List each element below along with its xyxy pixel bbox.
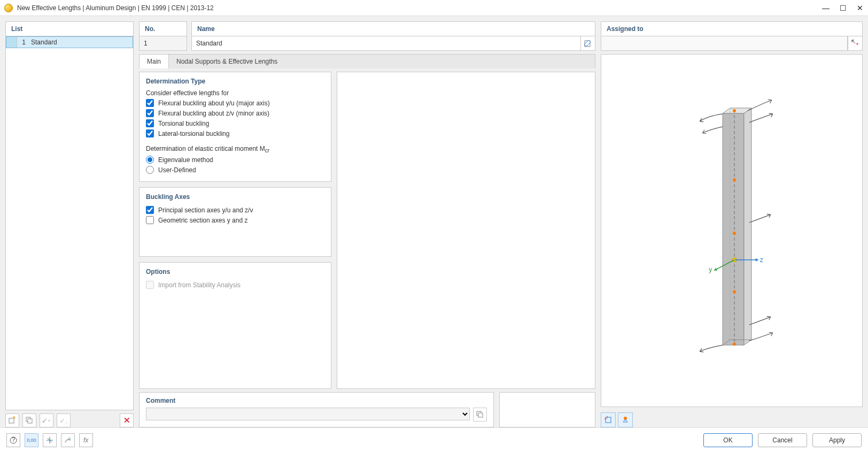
rad-eigenvalue[interactable]: Eigenvalue method (146, 156, 324, 164)
check-all-button[interactable]: ✓✓ (40, 413, 53, 427)
window-title: New Effective Lengths | Aluminum Design … (17, 4, 822, 12)
tab-nodal-supports[interactable]: Nodal Supports & Effective Lengths (169, 55, 285, 68)
no-field: 1 (139, 36, 187, 51)
chk-flexural-minor[interactable]: Flexural buckling about z/v (minor axis) (146, 109, 324, 117)
consider-label: Consider effective lengths for (146, 89, 324, 97)
render-options-button[interactable] (61, 433, 75, 447)
help-button[interactable]: ? (6, 433, 20, 447)
buckling-axes-title: Buckling Axes (146, 193, 324, 201)
app-icon (4, 4, 13, 12)
close-button[interactable]: ✕ (856, 4, 864, 12)
chk-import-stability: Import from Stability Analysis (146, 281, 324, 289)
minimize-button[interactable]: — (822, 4, 830, 12)
dialog-footer: ? 0,00 fx OK Cancel Apply (0, 427, 868, 452)
assigned-to-pick-button[interactable] (848, 36, 863, 51)
no-label: No. (139, 21, 187, 36)
list-item-color (6, 37, 17, 48)
options-panel: Options Import from Stability Analysis (139, 262, 331, 389)
tab-strip: Main Nodal Supports & Effective Lengths (139, 54, 595, 68)
tab-main[interactable]: Main (140, 55, 169, 68)
list-item-name: Standard (28, 39, 57, 46)
svg-marker-7 (744, 108, 751, 345)
assigned-to-input[interactable] (601, 36, 848, 51)
z-axis-label: z (760, 256, 763, 264)
center-blank-panel (337, 72, 595, 389)
chk-torsional[interactable]: Torsional buckling (146, 119, 324, 127)
comment-title: Comment (146, 397, 487, 404)
list-item-number: 1 (17, 39, 28, 46)
mcr-label: Determination of elastic critical moment… (146, 145, 324, 154)
determination-type-panel: Determination Type Consider effective le… (139, 72, 331, 182)
delete-button[interactable]: ✕ (120, 413, 134, 427)
chk-principal-axes[interactable]: Principal section axes y/u and z/v (146, 206, 324, 214)
buckling-axes-panel: Buckling Axes Principal section axes y/u… (139, 187, 331, 257)
assigned-to-label: Assigned to (601, 21, 863, 36)
svg-point-15 (733, 232, 736, 235)
list-item[interactable]: 1 Standard (6, 36, 133, 48)
cancel-button[interactable]: Cancel (758, 433, 807, 447)
chk-flexural-major[interactable]: Flexural buckling about y/u (major axis) (146, 99, 324, 107)
uncheck-all-button[interactable]: ✓_ (57, 413, 71, 427)
svg-point-17 (733, 342, 736, 346)
svg-rect-21 (606, 417, 611, 423)
comment-library-button[interactable] (473, 408, 487, 422)
new-item-button[interactable] (5, 413, 19, 427)
chk-lateral-torsional[interactable]: Lateral-torsional buckling (146, 129, 324, 137)
name-edit-button[interactable] (580, 36, 595, 51)
copy-item-button[interactable] (22, 413, 36, 427)
svg-text:fx: fx (83, 436, 89, 444)
preview-reset-view-button[interactable] (601, 412, 616, 427)
svg-point-13 (733, 109, 736, 112)
y-axis-label: y (709, 266, 712, 273)
determination-type-title: Determination Type (146, 78, 324, 85)
comment-side-blank (499, 392, 595, 427)
name-input[interactable] (191, 36, 580, 51)
chk-geometric-axes[interactable]: Geometric section axes y and z (146, 216, 324, 224)
svg-point-28 (68, 438, 71, 440)
options-title: Options (146, 268, 324, 275)
ok-button[interactable]: OK (703, 433, 753, 447)
svg-text:?: ? (12, 436, 15, 443)
apply-button[interactable]: Apply (812, 433, 862, 447)
svg-rect-2 (28, 419, 32, 423)
list-header: List (5, 21, 134, 36)
preview-3d[interactable]: z y (601, 54, 863, 407)
svg-point-16 (733, 290, 736, 294)
svg-rect-0 (9, 418, 14, 423)
rad-user-defined[interactable]: User-Defined (146, 166, 324, 174)
comment-input[interactable] (146, 408, 470, 420)
comment-panel: Comment (139, 392, 494, 427)
svg-rect-5 (478, 413, 483, 417)
units-button[interactable]: 0,00 (25, 433, 38, 447)
svg-point-14 (733, 178, 736, 181)
name-label: Name (191, 21, 595, 36)
formula-button[interactable]: fx (79, 433, 93, 447)
svg-marker-6 (723, 113, 744, 345)
list-body: 1 Standard (5, 36, 134, 410)
maximize-button[interactable]: ☐ (839, 4, 847, 12)
model-view-button[interactable] (43, 433, 57, 447)
title-bar: New Effective Lengths | Aluminum Design … (0, 0, 868, 16)
preview-show-supports-button[interactable] (618, 412, 633, 427)
